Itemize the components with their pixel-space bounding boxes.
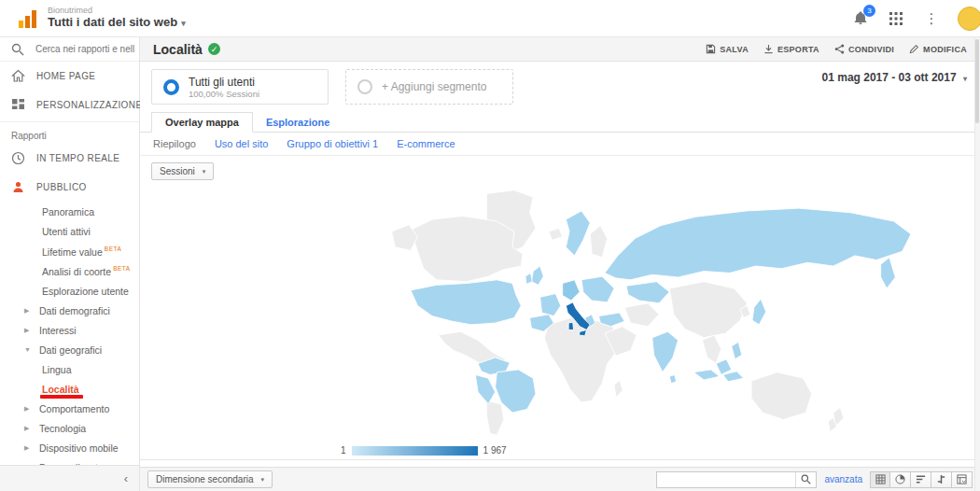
subnav-riepilogo[interactable]: Riepilogo [153, 138, 196, 149]
segment-detail: 100,00% Sessioni [189, 89, 259, 99]
report-toolbar: Località ✓ SALVA ESPORTA CONDIVIDI MODIF… [140, 37, 980, 62]
sidebar-section-rapporti: Rapporti [0, 124, 139, 144]
world-map[interactable] [362, 187, 959, 437]
performance-view-icon[interactable] [911, 471, 931, 488]
sidebar-item-localita[interactable]: Località [0, 379, 139, 399]
chevron-right-icon: ▶ [24, 327, 32, 334]
share-icon [834, 44, 845, 54]
sidebar-item-lifetime-value[interactable]: Lifetime valueBETA [0, 241, 139, 261]
metric-selector[interactable]: Sessioni▾ [151, 162, 214, 180]
sidebar-footer: ‹ [0, 465, 139, 491]
search-input[interactable] [34, 43, 136, 55]
view-switcher [870, 471, 973, 488]
export-button[interactable]: ESPORTA [763, 44, 819, 54]
sidebar-item-home[interactable]: HOME PAGE [0, 62, 139, 91]
verified-check-icon: ✓ [208, 43, 220, 55]
report-tabs: Overlay mappa Esplorazione [140, 110, 980, 133]
chevron-right-icon: ▶ [24, 444, 32, 452]
table-search [656, 471, 817, 488]
table-search-button[interactable] [795, 472, 816, 487]
legend-gradient [352, 446, 478, 456]
chevron-right-icon: ▶ [24, 405, 32, 413]
avatar[interactable] [958, 7, 980, 31]
table-search-input[interactable] [657, 472, 795, 487]
sidebar-item-dati-geografici[interactable]: ▼Dati geografici [0, 340, 139, 359]
collapse-sidebar-icon[interactable]: ‹ [124, 471, 128, 485]
search-icon [11, 43, 24, 56]
download-icon [763, 44, 774, 54]
sidebar-item-customization[interactable]: PERSONALIZZAZIONE [0, 91, 139, 119]
comparison-view-icon[interactable] [931, 471, 952, 488]
save-button[interactable]: SALVA [706, 44, 749, 54]
map-legend: 1 1 967 [341, 445, 507, 456]
segment-name: Tutti gli utenti [189, 76, 259, 89]
chevron-down-icon: ▾ [261, 476, 265, 484]
chevron-right-icon: ▶ [24, 425, 32, 432]
page-title: Località [153, 42, 203, 57]
sidebar-item-utenti-attivi[interactable]: Utenti attivi [0, 221, 139, 241]
red-underline-annotation [40, 395, 83, 399]
segment-all-users[interactable]: Tutti gli utenti 100,00% Sessioni [151, 69, 329, 105]
vertical-scrollbar[interactable] [974, 37, 980, 491]
sidebar-item-esplorazione-utente[interactable]: Esplorazione utente [0, 281, 139, 301]
tab-overlay-mappa[interactable]: Overlay mappa [151, 112, 253, 133]
subnav-ecommerce[interactable]: E-commerce [397, 138, 455, 149]
add-segment-button[interactable]: + Aggiungi segmento [345, 69, 513, 105]
subnav-uso-del-sito[interactable]: Uso del sito [215, 138, 268, 149]
sidebar-search[interactable] [0, 37, 139, 62]
search-icon [801, 474, 811, 484]
save-icon [706, 44, 716, 54]
date-range-picker[interactable]: 01 mag 2017 - 03 ott 2017 ▾ [822, 71, 967, 84]
apps-grid-icon[interactable] [887, 9, 905, 28]
geo-map-panel: 1 1 967 [140, 187, 980, 459]
property-name: Tutti i dati del sito web▾ [48, 16, 186, 29]
notification-badge: 3 [863, 5, 875, 17]
beta-badge: BETA [105, 246, 122, 252]
pivot-view-icon[interactable] [952, 471, 973, 488]
table-toolbar: Dimensione secondaria▾ avanzata [140, 467, 980, 491]
report-subnav: Riepilogo Uso del sito Gruppo di obietti… [140, 133, 980, 156]
chevron-down-icon: ▼ [24, 346, 32, 353]
app-header: Bionutrimed Tutti i dati del sito web▾ 3… [0, 0, 980, 37]
share-button[interactable]: CONDIVIDI [834, 44, 894, 54]
pencil-icon [909, 44, 919, 54]
sidebar-item-dispositivo-mobile[interactable]: ▶Dispositivo mobile [0, 438, 139, 457]
sidebar-item-interessi[interactable]: ▶Interessi [0, 320, 139, 340]
sidebar: HOME PAGE PERSONALIZZAZIONE Rapporti IN … [0, 37, 140, 491]
secondary-dimension-selector[interactable]: Dimensione secondaria▾ [147, 470, 273, 488]
legend-max: 1 967 [483, 445, 507, 456]
subnav-gruppo-obiettivi[interactable]: Gruppo di obiettivi 1 [287, 138, 378, 149]
percentage-view-icon[interactable] [890, 471, 911, 488]
chevron-down-icon: ▾ [181, 19, 186, 28]
advanced-search-link[interactable]: avanzata [824, 474, 862, 484]
chevron-right-icon: ▶ [24, 307, 32, 315]
home-icon [11, 69, 25, 83]
person-icon [11, 180, 25, 194]
legend-min: 1 [341, 445, 346, 456]
sidebar-item-analisi-coorte[interactable]: Analisi di coorteBETA [0, 261, 139, 282]
clock-icon [11, 151, 25, 165]
sidebar-item-dati-demografici[interactable]: ▶Dati demografici [0, 301, 139, 320]
sidebar-item-comportamento[interactable]: ▶Comportamento [0, 399, 139, 418]
overflow-menu-icon[interactable]: ⋮ [922, 9, 941, 28]
analytics-logo-icon [19, 9, 36, 28]
edit-button[interactable]: MODIFICA [909, 44, 967, 54]
sidebar-item-audience[interactable]: PUBBLICO [0, 173, 139, 202]
sidebar-item-lingua[interactable]: Lingua [0, 359, 139, 379]
sidebar-item-tecnologia[interactable]: ▶Tecnologia [0, 418, 139, 438]
chevron-down-icon: ▾ [203, 168, 206, 175]
customization-icon [11, 98, 25, 112]
tab-esplorazione[interactable]: Esplorazione [253, 113, 343, 132]
account-switcher[interactable]: Bionutrimed Tutti i dati del sito web▾ [48, 7, 186, 29]
data-table-view-icon[interactable] [870, 471, 890, 488]
sidebar-item-realtime[interactable]: IN TEMPO REALE [0, 144, 139, 173]
segment-donut-icon [163, 79, 179, 95]
main-content: Località ✓ SALVA ESPORTA CONDIVIDI MODIF… [140, 37, 980, 491]
chevron-down-icon: ▾ [963, 75, 967, 83]
notifications-bell-icon[interactable]: 3 [851, 9, 870, 28]
beta-badge: BETA [113, 265, 131, 272]
sidebar-item-panoramica[interactable]: Panoramica [0, 202, 139, 221]
segment-ring-icon [357, 79, 372, 94]
